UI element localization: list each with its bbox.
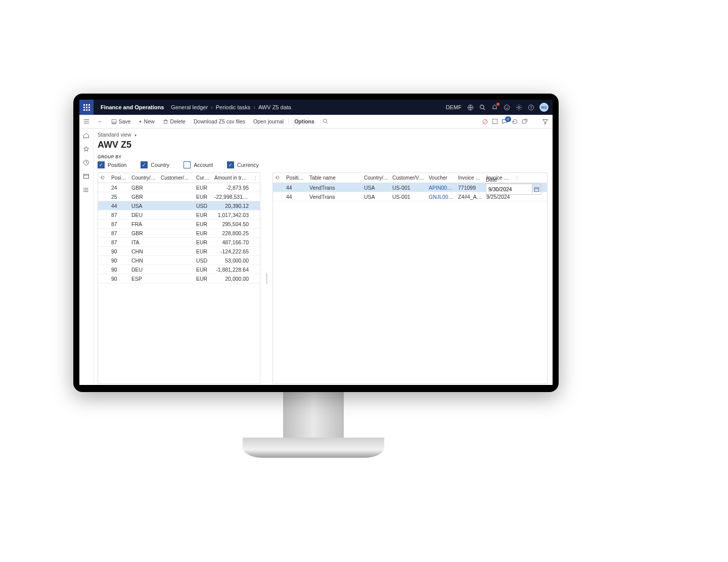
splitter[interactable] xyxy=(265,172,267,384)
svg-point-5 xyxy=(507,106,508,107)
table-row[interactable]: 90CHNEUR-124,222.65 xyxy=(98,247,260,256)
col-table[interactable]: Table name xyxy=(307,173,362,183)
save-button[interactable]: Save xyxy=(107,115,135,128)
refresh-icon[interactable] xyxy=(511,118,518,125)
help-icon[interactable]: ? xyxy=(527,104,534,111)
top-header: Finance and Operations General ledger › … xyxy=(79,100,553,115)
table-row[interactable]: 44USAUSD20,390.12 xyxy=(98,201,260,210)
message-badge[interactable]: 0 xyxy=(502,118,508,125)
options-button[interactable]: Options xyxy=(290,115,318,128)
svg-point-22 xyxy=(83,191,84,192)
chevron-right-icon: › xyxy=(253,104,255,110)
main: Standard view AWV Z5 GROUP BY ✓Position … xyxy=(94,128,553,385)
feedback-icon[interactable] xyxy=(503,104,510,111)
new-button[interactable]: + New xyxy=(134,115,158,128)
col-position[interactable]: Position ▽ xyxy=(284,173,307,183)
table-row[interactable]: 87ITAEUR487,166.70 xyxy=(98,238,260,247)
calendar-icon[interactable] xyxy=(532,185,541,194)
search-action[interactable] xyxy=(318,115,333,128)
nav-favorites-icon[interactable] xyxy=(79,142,93,156)
office-icon[interactable] xyxy=(491,118,498,125)
view-selector[interactable]: Standard view xyxy=(98,131,548,139)
table-row[interactable]: 90DEUEUR-1,881,228.64 xyxy=(98,265,260,274)
app-name: Finance and Operations xyxy=(94,104,171,110)
attachments-icon[interactable] xyxy=(481,118,488,125)
chevron-down-icon xyxy=(133,132,136,138)
open-journal-button[interactable]: Open journal xyxy=(249,115,288,128)
svg-line-2 xyxy=(483,108,485,110)
monitor-stand-base xyxy=(243,438,384,458)
app-launcher-button[interactable] xyxy=(79,100,94,115)
table-row[interactable]: 25GBREUR-22,998,531.30 xyxy=(98,192,260,201)
svg-text:?: ? xyxy=(530,105,532,109)
table-row[interactable]: 90ESPEUR20,000.00 xyxy=(98,274,260,283)
arrow-left-icon: ← xyxy=(98,118,103,124)
breadcrumb-item[interactable]: Periodic tasks xyxy=(216,104,250,110)
waffle-icon xyxy=(83,104,90,111)
nav-workspaces-icon[interactable] xyxy=(79,169,93,183)
filter-pane-icon[interactable] xyxy=(541,118,549,125)
notifications-icon[interactable] xyxy=(491,104,498,111)
open-journal-label: Open journal xyxy=(253,118,284,124)
table-row[interactable]: 90CHNUSD53,000.00 xyxy=(98,256,260,265)
hamburger-icon[interactable] xyxy=(79,118,94,124)
breadcrumb-item[interactable]: General ledger xyxy=(171,104,208,110)
col-invoice-number[interactable]: Invoice number xyxy=(456,173,484,183)
back-button[interactable]: ← xyxy=(94,115,107,128)
nav-home-icon[interactable] xyxy=(79,128,93,142)
screen: Finance and Operations General ledger › … xyxy=(79,100,553,385)
col-custvend[interactable]: Customer/Vendor xyxy=(390,173,427,183)
table-row[interactable]: 87GBREUR228,800.25 xyxy=(98,229,260,238)
table-row[interactable]: 24GBREUR-2,873.95 xyxy=(98,183,260,192)
svg-point-4 xyxy=(505,106,506,107)
col-currency[interactable]: Curre... xyxy=(194,173,212,183)
refresh-col-icon[interactable] xyxy=(98,173,109,183)
download-csv-button[interactable]: Download Z5 csv files xyxy=(190,115,249,128)
action-bar: ← Save + New Delete Download Z5 csv file… xyxy=(79,115,553,128)
search-icon xyxy=(323,118,329,124)
delete-label: Delete xyxy=(170,118,186,124)
summary-grid-body: 24GBREUR-2,873.9525GBREUR-22,998,531.304… xyxy=(98,183,260,283)
groupby-currency[interactable]: ✓Currency xyxy=(227,161,259,168)
side-rail xyxy=(79,128,94,385)
svg-rect-16 xyxy=(523,120,526,123)
more-columns-icon[interactable]: ⋮ xyxy=(251,173,258,183)
col-custvend[interactable]: Customer/Vendor xyxy=(159,173,194,183)
detail-grid: Position ▽ Table name Country/re... ▽ Cu… xyxy=(272,172,548,384)
groupby-position[interactable]: ✓Position xyxy=(98,161,126,168)
svg-rect-10 xyxy=(113,122,115,123)
company-picker[interactable]: DEMF xyxy=(446,104,462,110)
svg-point-20 xyxy=(83,188,84,189)
table-row[interactable]: 87DEUEUR1,017,342.03 xyxy=(98,210,260,220)
nav-modules-icon[interactable] xyxy=(79,183,93,197)
avatar[interactable]: RS xyxy=(539,103,549,112)
table-row[interactable]: 87FRAEUR295,504.50 xyxy=(98,220,260,229)
col-voucher[interactable]: Voucher xyxy=(427,173,456,183)
plus-icon: + xyxy=(139,118,142,124)
view-label: Standard view xyxy=(98,132,131,138)
col-country[interactable]: Country/region xyxy=(129,173,159,183)
col-country[interactable]: Country/re... ▽ xyxy=(362,173,390,183)
svg-point-21 xyxy=(83,190,84,190)
splitter-handle-icon xyxy=(266,273,267,284)
svg-point-11 xyxy=(323,119,327,123)
col-position[interactable]: Position xyxy=(109,173,129,183)
download-label: Download Z5 csv files xyxy=(194,118,245,124)
popout-icon[interactable] xyxy=(521,118,528,125)
refresh-col-icon[interactable] xyxy=(273,173,284,183)
groupby-account[interactable]: Account xyxy=(184,161,213,168)
date-label: Date xyxy=(486,177,541,183)
badge-count: 0 xyxy=(505,116,511,122)
search-icon[interactable] xyxy=(479,104,486,111)
trash-icon xyxy=(163,119,168,124)
globe-icon[interactable] xyxy=(467,104,474,111)
col-amount[interactable]: Amount in transactio... xyxy=(212,173,251,183)
nav-recent-icon[interactable] xyxy=(79,156,93,169)
gear-icon[interactable] xyxy=(515,104,522,111)
svg-line-14 xyxy=(483,120,487,123)
breadcrumb-item[interactable]: AWV Z5 data xyxy=(258,104,291,110)
date-input[interactable] xyxy=(486,184,532,194)
groupby-country[interactable]: ✓Country xyxy=(141,161,169,168)
delete-button[interactable]: Delete xyxy=(159,115,190,128)
options-label: Options xyxy=(294,118,314,124)
